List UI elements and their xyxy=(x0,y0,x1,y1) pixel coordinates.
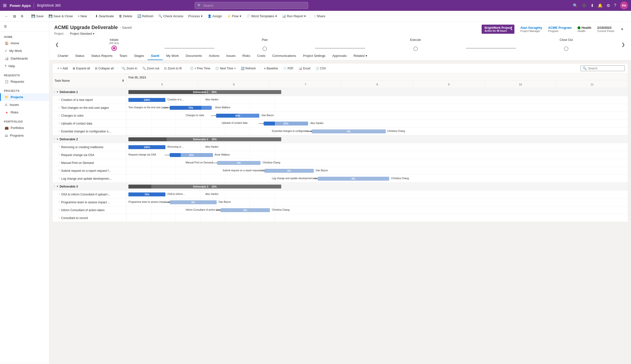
sidebar-item-projects[interactable]: 📁 Projects xyxy=(0,93,49,101)
flow-button[interactable]: ⚡ Flow ▾ xyxy=(225,13,243,19)
bar-t7[interactable]: 25% xyxy=(170,153,213,157)
header-expand-button[interactable]: ▾ xyxy=(620,26,624,32)
sidebar-item-requests[interactable]: 📋 Requests xyxy=(0,78,49,86)
gantt-prev-time-button[interactable]: 🕐 < Prev Time xyxy=(188,66,212,71)
tab-risks[interactable]: Risks xyxy=(239,52,254,60)
gantt-row-t3[interactable]: ⠿ Changes to rules xyxy=(53,112,126,120)
bar-t10[interactable]: 0% xyxy=(318,177,389,181)
gantt-row-d1[interactable]: ⠿ ▼ Deliverable 1 xyxy=(53,88,126,96)
tab-gantt[interactable]: Gantt xyxy=(148,52,163,60)
tab-costs[interactable]: Costs xyxy=(254,52,269,60)
notification-icon[interactable]: 🔔 xyxy=(598,3,603,8)
process-button[interactable]: Process ▾ xyxy=(186,13,204,19)
bar-t12[interactable]: 0% xyxy=(170,200,217,204)
sidebar-item-programs[interactable]: 🗂 Programs xyxy=(0,132,49,139)
tab-communications[interactable]: Communications xyxy=(269,52,299,60)
bar-t8[interactable]: 0% xyxy=(218,161,261,165)
tab-my-work[interactable]: My Work xyxy=(163,52,182,60)
gantt-row-d3[interactable]: ⠿ ▼ Deliverable 3 xyxy=(53,182,126,190)
back-button[interactable]: ← xyxy=(3,13,10,19)
gantt-zoom-out-button[interactable]: 🔍 Zoom out xyxy=(140,66,161,71)
deactivate-button[interactable]: ⬇ Deactivate xyxy=(93,13,116,19)
bar-t3[interactable]: 50% xyxy=(216,114,259,118)
sidebar-item-risks[interactable]: 🔺 Risks xyxy=(0,108,49,116)
avatar[interactable]: PA xyxy=(620,2,628,9)
filter-icon-top[interactable]: ⬇ xyxy=(590,3,594,8)
sidebar-item-my-work[interactable]: ✓ My Work xyxy=(0,47,49,55)
tab-status[interactable]: Status xyxy=(72,52,88,60)
sidebar-item-home[interactable]: 🏠 Home xyxy=(0,40,49,47)
delete-button[interactable]: 🗑 Delete xyxy=(117,13,134,19)
gantt-expand-all-button[interactable]: ⊞ Expand all xyxy=(71,66,92,71)
add-icon-top[interactable]: ➕ xyxy=(582,3,587,8)
tab-stages[interactable]: Stages xyxy=(131,52,147,60)
gantt-zoom-in-button[interactable]: 🔍 Zoom in xyxy=(120,66,139,71)
gantt-csv-button[interactable]: 📑 CSV xyxy=(313,66,328,71)
gantt-row-t9[interactable]: ⠿ Submit request on a report request f..… xyxy=(53,167,126,175)
new-button[interactable]: + New xyxy=(76,13,89,19)
tab-approvals[interactable]: Approvals xyxy=(329,52,350,60)
apps-grid-icon[interactable]: ⊞ xyxy=(3,3,7,8)
tab-actions[interactable]: Actions xyxy=(205,52,223,60)
gantt-pdf-button[interactable]: 📄 PDF xyxy=(281,66,296,71)
copy-icon-button[interactable]: ⧉ xyxy=(19,13,25,19)
stage-plan[interactable]: Plan xyxy=(215,38,315,51)
gantt-row-t13[interactable]: ⠿ Inform Consultant of action taken xyxy=(53,206,126,214)
gantt-search[interactable]: 🔍 xyxy=(580,66,625,71)
gantt-add-button[interactable]: + + Add xyxy=(56,66,70,71)
bar-t9[interactable]: 0% xyxy=(265,169,314,173)
bar-d2[interactable]: Deliverable 2 25% xyxy=(128,137,281,141)
gantt-next-time-button[interactable]: 🕐 Next Time > xyxy=(213,66,238,71)
manager-name[interactable]: Alan Geraghty xyxy=(520,26,542,30)
share-button[interactable]: ↑ Share xyxy=(312,13,327,19)
save-close-button[interactable]: 💾 Save & Close xyxy=(47,13,75,19)
gantt-refresh-button[interactable]: 🔄 Refresh xyxy=(239,66,258,71)
gantt-row-t7[interactable]: ⠿ Request change via OSA xyxy=(53,151,126,159)
stage-next-button[interactable]: ❯ xyxy=(620,42,626,47)
gantt-row-d2[interactable]: ⠿ ▼ Deliverable 2 xyxy=(53,135,126,143)
bar-d1[interactable]: Deliverable 1 50% xyxy=(128,90,281,94)
expand-d2[interactable]: ▼ xyxy=(56,138,59,140)
run-report-button[interactable]: 📊 Run Report ▾ xyxy=(280,13,308,19)
gantt-baseline-button[interactable]: ≡ Baseline xyxy=(262,66,280,71)
help-icon-top[interactable]: ? xyxy=(614,3,616,8)
gantt-row-t5[interactable]: ⠿ Essential changes to configuration s..… xyxy=(53,128,126,135)
sidebar-item-portfolios[interactable]: 💼 Portfolios xyxy=(0,124,49,132)
tab-documents[interactable]: Documents xyxy=(182,52,205,60)
gantt-row-t8[interactable]: ⠿ Manual Print on Demand xyxy=(53,159,126,167)
gantt-zoom-fit-button[interactable]: ⊡ Zoom to fit xyxy=(162,66,184,71)
bar-d3[interactable]: Deliverable 3 15% xyxy=(128,184,281,188)
gantt-row-t12[interactable]: ⠿ Programme team to assess impact ... xyxy=(53,198,126,206)
global-search[interactable]: 🔍 Search xyxy=(195,2,308,9)
stage-closeout[interactable]: Close Out xyxy=(516,38,616,51)
program-name[interactable]: ACME Program xyxy=(548,26,572,30)
settings-icon[interactable]: ⚙ xyxy=(607,3,610,8)
bw-badge-close[interactable]: ❮ xyxy=(510,26,513,30)
search-icon-top[interactable]: 🔍 xyxy=(573,3,578,8)
panel-icon-button[interactable]: ▤ xyxy=(11,13,18,19)
gantt-row-t11[interactable]: ⠿ OSA to inform Consultant if upload i..… xyxy=(53,190,126,198)
bar-t2[interactable]: 75% xyxy=(170,106,212,110)
expand-d3[interactable]: ▼ xyxy=(56,185,59,188)
expand-d1[interactable]: ▼ xyxy=(56,90,59,93)
refresh-button[interactable]: 🔄 Refresh xyxy=(135,13,155,19)
bar-t4[interactable]: 25% xyxy=(264,122,308,126)
tab-issues[interactable]: Issues xyxy=(223,52,239,60)
gantt-row-t2[interactable]: ⠿ Text changes on the end user pages xyxy=(53,104,126,112)
sidebar-toggle[interactable]: ☰ xyxy=(3,24,8,29)
bar-t13[interactable]: 0% xyxy=(221,208,270,212)
bar-t11[interactable]: 75% xyxy=(128,192,165,196)
bar-t5[interactable]: 0% xyxy=(312,130,386,134)
stage-execute[interactable]: Execute xyxy=(365,38,466,51)
tab-project-settings[interactable]: Project Settings xyxy=(299,52,329,60)
stage-prev-button[interactable]: ❮ xyxy=(54,42,60,47)
gantt-search-input[interactable] xyxy=(588,67,623,70)
gantt-row-t4[interactable]: ⠿ Uploads of contact data xyxy=(53,120,126,128)
sidebar-item-help[interactable]: ? Help xyxy=(0,62,49,70)
project-standard-button[interactable]: Project Standard ▾ xyxy=(68,31,96,36)
word-templates-button[interactable]: 📄 Word Templates ▾ xyxy=(244,13,279,19)
gantt-collapse-all-button[interactable]: ⊟ Collapse all xyxy=(93,66,116,71)
tab-related[interactable]: Related ▾ xyxy=(350,52,370,60)
tab-status-reports[interactable]: Status Reports xyxy=(88,52,116,60)
tab-charter[interactable]: Charter xyxy=(54,52,72,60)
